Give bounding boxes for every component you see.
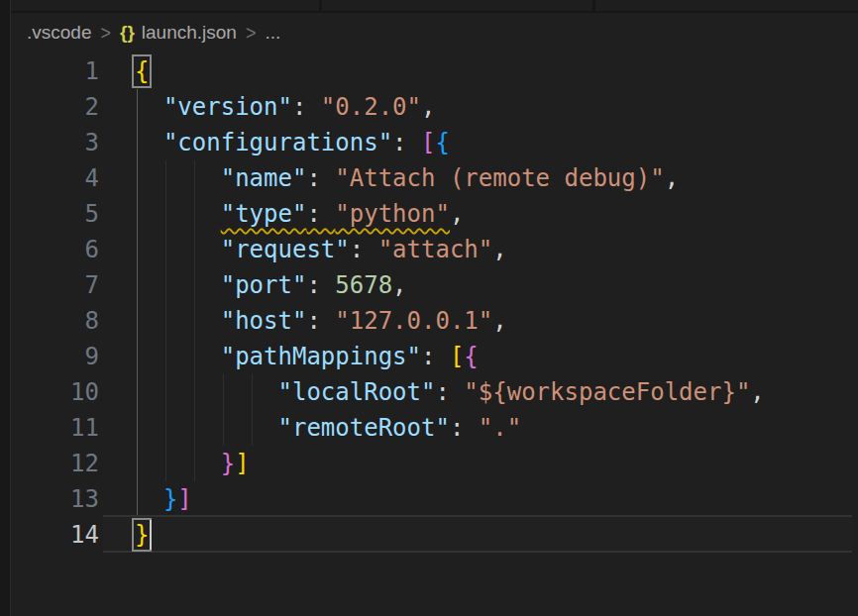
matched-bracket: {	[135, 57, 149, 85]
breadcrumb: .vscode > {} launch.json > ...	[11, 13, 858, 52]
code-line[interactable]: 7 "port": 5678,	[11, 267, 858, 303]
token: "request"	[221, 236, 350, 263]
token: 5678	[335, 271, 392, 299]
token: }	[163, 485, 177, 513]
code-text: }]	[135, 481, 858, 517]
code-line[interactable]: 2 "version": "0.2.0",	[11, 89, 858, 125]
line-number[interactable]: 3	[11, 125, 135, 160]
code-text: "name": "Attach (remote debug)",	[135, 160, 858, 196]
code-line[interactable]: 11 "remoteRoot": "."	[11, 410, 858, 446]
line-number[interactable]: 1	[11, 53, 135, 89]
token: ,	[665, 164, 679, 192]
code-line[interactable]: 4 "name": "Attach (remote debug)",	[11, 160, 858, 196]
token: :	[350, 236, 378, 263]
code-text: "port": 5678,	[135, 267, 858, 303]
text-cursor	[150, 520, 152, 550]
token: "version"	[163, 93, 292, 121]
line-number[interactable]: 8	[11, 303, 135, 339]
token: :	[450, 414, 479, 442]
line-number[interactable]: 12	[11, 446, 135, 481]
code-editor[interactable]: 1{2 "version": "0.2.0",3 "configurations…	[11, 53, 858, 553]
code-text: "configurations": [{	[135, 125, 858, 160]
token: "python"	[335, 200, 450, 228]
token: ]	[177, 485, 191, 513]
code-line[interactable]: 8 "host": "127.0.0.1",	[11, 303, 858, 339]
token: :	[392, 129, 421, 156]
code-line[interactable]: 12 }]	[11, 446, 858, 481]
code-line[interactable]: 10 "localRoot": "${workspaceFolder}",	[11, 374, 858, 410]
code-text: "remoteRoot": "."	[135, 410, 858, 446]
token: :	[435, 378, 464, 406]
code-text: "type": "python",	[135, 196, 858, 232]
token: "0.2.0"	[321, 93, 421, 121]
token: "pathMappings"	[221, 343, 421, 370]
matched-bracket: }	[135, 521, 149, 549]
line-number[interactable]: 4	[11, 160, 135, 196]
token: :	[306, 200, 335, 228]
token: [	[450, 343, 464, 370]
warning-squiggle: "type": "python"	[221, 200, 450, 228]
code-text: "version": "0.2.0",	[135, 89, 858, 125]
json-file-icon: {}	[120, 22, 135, 44]
token: "attach"	[378, 236, 493, 263]
token: "localRoot"	[278, 378, 436, 406]
tab-separator	[592, 0, 595, 11]
tab-separator	[319, 0, 322, 11]
chevron-right-icon: >	[100, 21, 111, 45]
code-text: {	[135, 53, 858, 89]
token: ,	[450, 200, 464, 228]
token: ,	[750, 378, 764, 406]
token: ,	[392, 271, 406, 299]
token: :	[306, 271, 335, 299]
breadcrumb-symbols-ellipsis[interactable]: ...	[265, 22, 280, 44]
chevron-right-icon: >	[246, 21, 257, 45]
left-rail	[0, 0, 11, 616]
line-number[interactable]: 6	[11, 232, 135, 267]
token: "remoteRoot"	[278, 414, 450, 442]
line-number[interactable]: 5	[11, 196, 135, 232]
line-number[interactable]: 14	[11, 517, 135, 553]
token: ]	[235, 450, 249, 477]
code-line[interactable]: 1{	[11, 53, 858, 89]
code-text: "request": "attach",	[135, 232, 858, 267]
line-number[interactable]: 10	[11, 374, 135, 410]
token: {	[464, 343, 478, 370]
tab-bar-strip	[0, 0, 858, 13]
token: :	[421, 343, 450, 370]
code-line[interactable]: 13 }]	[11, 481, 858, 517]
code-line[interactable]: 3 "configurations": [{	[11, 125, 858, 160]
code-line[interactable]: 5 "type": "python",	[11, 196, 858, 232]
token: [	[421, 129, 435, 156]
token: "Attach (remote debug)"	[335, 164, 664, 192]
breadcrumb-file[interactable]: launch.json	[142, 22, 237, 44]
code-line[interactable]: 14}	[11, 517, 858, 553]
code-line[interactable]: 9 "pathMappings": [{	[11, 339, 858, 374]
line-number[interactable]: 9	[11, 339, 135, 374]
token: }	[221, 450, 235, 477]
code-line[interactable]: 6 "request": "attach",	[11, 232, 858, 267]
token: "127.0.0.1"	[335, 307, 492, 335]
line-number[interactable]: 2	[11, 89, 135, 125]
token: :	[306, 164, 335, 192]
token: ,	[492, 236, 506, 263]
token: ,	[421, 93, 435, 121]
code-text: "host": "127.0.0.1",	[135, 303, 858, 339]
code-text: }	[135, 517, 858, 553]
vscode-window: .vscode > {} launch.json > ... 1{2 "vers…	[0, 0, 858, 616]
token: "${workspaceFolder}"	[464, 378, 750, 406]
token: "name"	[221, 164, 307, 192]
token: "host"	[221, 307, 307, 335]
line-number[interactable]: 11	[11, 410, 135, 446]
line-number[interactable]: 7	[11, 267, 135, 303]
line-number[interactable]: 13	[11, 481, 135, 517]
token: :	[306, 307, 335, 335]
code-text: "localRoot": "${workspaceFolder}",	[135, 374, 858, 410]
breadcrumb-folder[interactable]: .vscode	[27, 22, 91, 44]
token: "type"	[221, 200, 307, 228]
token: "configurations"	[163, 129, 392, 156]
token: "."	[479, 414, 521, 442]
token: "port"	[221, 271, 307, 299]
token: :	[292, 93, 321, 121]
token: {	[435, 129, 449, 156]
code-text: }]	[135, 446, 858, 481]
